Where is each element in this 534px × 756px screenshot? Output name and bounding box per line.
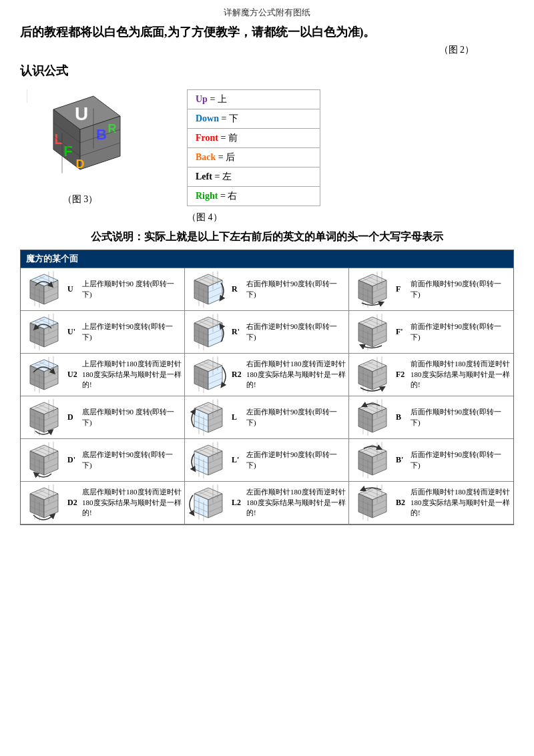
move-label: R (232, 284, 246, 294)
move-cube-svg (188, 356, 229, 393)
move-desc: 右面作顺时针90度转(即转一下) (246, 279, 346, 300)
move-label: D2 (67, 498, 82, 508)
move-section-U: U 上层作顺时针90 度转(即转一下) (21, 268, 185, 311)
move-desc: 上层作逆时针90度转(即转一下) (82, 322, 182, 342)
move-label: L' (232, 455, 246, 465)
move-section-B2: B2 后面作顺时针180度转而逆时针180度实际结果与顺时针是一样的! (349, 482, 513, 524)
move-row: L2 左面作顺时针180度转而逆时针180度实际结果与顺时针是一样的! (185, 482, 348, 524)
move-label: L (232, 412, 246, 422)
recognition-area: U L B R F D (20, 89, 514, 224)
move-cube-svg (23, 314, 65, 350)
move-cube-svg (352, 442, 393, 478)
move-desc: 右面作逆时针90度转(即转一下) (246, 322, 346, 342)
moves-grid: U 上层作顺时针90 度转(即转一下) (21, 268, 513, 524)
svg-text:U: U (75, 103, 88, 124)
move-label: B2 (396, 498, 411, 508)
move-section-D: D 底层作顺时针90 度转(即转一下) (21, 396, 185, 439)
move-desc: 后面作顺时针180度转而逆时针180度实际结果与顺时针是一样的! (411, 487, 511, 518)
move-section-L2: L2 左面作顺时针180度转而逆时针180度实际结果与顺时针是一样的! (185, 482, 349, 524)
move-cube-svg (188, 314, 229, 350)
move-section-D': D' 底层作逆时针90度转(即转一下) (21, 439, 185, 482)
table-header: 魔方的某个面 (21, 250, 513, 268)
move-label: F (396, 284, 411, 294)
formula-title: 公式说明：实际上就是以上下左右前后的英文的单词的头一个大写字母表示 (20, 230, 514, 244)
move-cube-svg (352, 356, 393, 393)
move-desc: 上层作顺时针180度转而逆时针180度实际结果与顺时针是一样的! (82, 359, 182, 390)
move-section-F2: F2 前面作顺时针180度转而逆时针180度实际结果与顺时针是一样的! (349, 354, 513, 396)
dir-row-back: Back = 后 (188, 148, 320, 167)
move-label: B (396, 412, 411, 422)
move-label: R2 (232, 370, 246, 380)
move-row: R' 右面作逆时针90度转(即转一下) (185, 311, 348, 353)
intro-text: 后的教程都将以白色为底面,为了方便教学，请都统一以白色为准)。 (20, 24, 514, 40)
direction-table: Up = 上 Down = 下 Front = 前 Back = 后 Left … (187, 89, 320, 206)
fig2-label: （图 2） (20, 44, 514, 56)
svg-text:R: R (108, 122, 117, 135)
move-cube-svg (352, 484, 393, 521)
move-label: U (67, 284, 82, 294)
move-section-D2: D2 底层作顺时针180度转而逆时针180度实际结果与顺时针是一样的! (21, 482, 185, 524)
move-section-L: L 左面作顺时针90度转(即转一下) (185, 396, 349, 439)
move-desc: 前面作逆时针90度转(即转一下) (411, 322, 511, 342)
move-section-U2: U2 上层作顺时针180度转而逆时针180度实际结果与顺时针是一样的! (21, 354, 185, 396)
dir-row-down: Down = 下 (188, 109, 320, 129)
move-section-F': F' 前面作逆时针90度转(即转一下) (349, 311, 513, 354)
move-section-R2: R2 右面作顺时针180度转而逆时针180度实际结果与顺时针是一样的! (185, 354, 349, 396)
move-desc: 右面作顺时针180度转而逆时针180度实际结果与顺时针是一样的! (246, 359, 346, 390)
move-row: R2 右面作顺时针180度转而逆时针180度实际结果与顺时针是一样的! (185, 354, 348, 396)
move-label: D (67, 412, 82, 422)
move-label: U2 (67, 370, 82, 380)
move-row: F 前面作顺时针90度转(即转一下) (349, 268, 513, 310)
move-desc: 上层作顺时针90 度转(即转一下) (82, 279, 182, 300)
cube-svg: U L B R F D (27, 89, 134, 190)
move-section-U': U' 上层作逆时针90度转(即转一下) (21, 311, 185, 354)
move-row: L 左面作顺时针90度转(即转一下) (185, 396, 348, 438)
move-cube-svg (23, 442, 65, 478)
move-label: F2 (396, 370, 411, 380)
dir-row-left: Left = 左 (188, 167, 320, 187)
move-row: D' 底层作逆时针90度转(即转一下) (21, 439, 184, 481)
move-desc: 底层作逆时针90度转(即转一下) (82, 450, 182, 470)
move-section-F: F 前面作顺时针90度转(即转一下) (349, 268, 513, 311)
move-section-R: R 右面作顺时针90度转(即转一下) (185, 268, 349, 311)
move-label: U' (67, 327, 82, 337)
cube-diagram: U L B R F D (20, 89, 140, 206)
section-title: 认识公式 (20, 63, 514, 79)
move-cube-svg (188, 399, 229, 436)
move-cube-svg (23, 399, 65, 436)
dir-row-up: Up = 上 (188, 90, 320, 109)
move-cube-svg (188, 442, 229, 478)
move-row: B2 后面作顺时针180度转而逆时针180度实际结果与顺时针是一样的! (349, 482, 513, 524)
move-row: B' 后面作逆时针90度转(即转一下) (349, 439, 513, 481)
move-row: F2 前面作顺时针180度转而逆时针180度实际结果与顺时针是一样的! (349, 354, 513, 396)
page-title: 详解魔方公式附有图纸 (20, 7, 514, 19)
move-section-B: B 后面作顺时针90度转(即转一下) (349, 396, 513, 439)
move-row: D2 底层作顺时针180度转而逆时针180度实际结果与顺时针是一样的! (21, 482, 184, 524)
move-cube-svg (23, 356, 65, 393)
move-row: B 后面作顺时针90度转(即转一下) (349, 396, 513, 438)
direction-area: Up = 上 Down = 下 Front = 前 Back = 后 Left … (187, 89, 320, 224)
move-desc: 底层作顺时针90 度转(即转一下) (82, 407, 182, 428)
move-cube-svg (352, 399, 393, 436)
move-row: R 右面作顺时针90度转(即转一下) (185, 268, 348, 310)
move-cube-svg (188, 484, 229, 521)
move-desc: 左面作顺时针90度转(即转一下) (246, 407, 346, 428)
move-cube-svg (23, 484, 65, 521)
fig4-label: （图 4） (187, 212, 222, 224)
svg-text:F: F (63, 143, 72, 159)
move-desc: 前面作顺时针90度转(即转一下) (411, 279, 511, 300)
move-section-B': B' 后面作逆时针90度转(即转一下) (349, 439, 513, 482)
move-section-L': L' 左面作逆时针90度转(即转一下) (185, 439, 349, 482)
move-cube-svg (188, 271, 229, 308)
move-section-R': R' 右面作逆时针90度转(即转一下) (185, 311, 349, 354)
move-cube-svg (352, 271, 393, 308)
move-row: L' 左面作逆时针90度转(即转一下) (185, 439, 348, 481)
move-desc: 左面作逆时针90度转(即转一下) (246, 450, 346, 470)
move-desc: 后面作逆时针90度转(即转一下) (411, 450, 511, 470)
move-cube-svg (352, 314, 393, 350)
fig3-label: （图 3） (63, 194, 98, 206)
move-row: U2 上层作顺时针180度转而逆时针180度实际结果与顺时针是一样的! (21, 354, 184, 396)
svg-text:L: L (54, 131, 63, 147)
move-label: F' (396, 327, 411, 337)
dir-row-right: Right = 右 (188, 187, 320, 206)
